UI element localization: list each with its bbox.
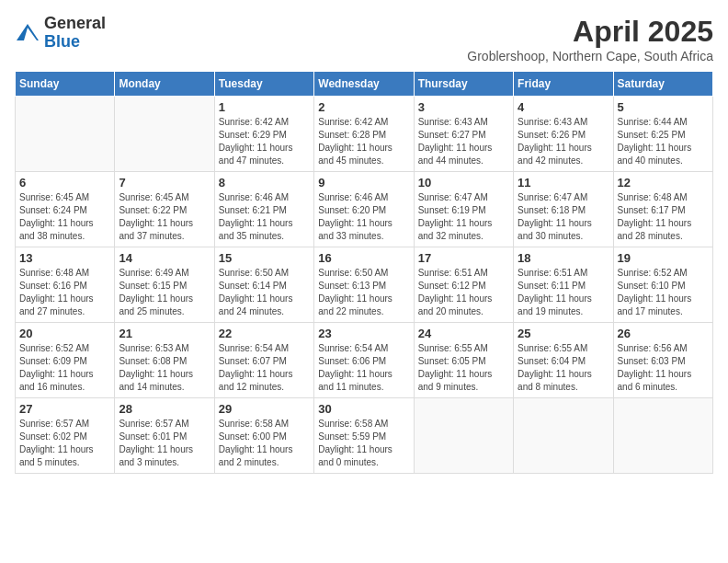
day-number: 3 — [418, 100, 509, 114]
day-info: Sunrise: 6:45 AMSunset: 6:22 PMDaylight:… — [119, 191, 210, 243]
day-info: Sunrise: 6:44 AMSunset: 6:25 PMDaylight:… — [618, 116, 709, 167]
day-info: Sunrise: 6:53 AMSunset: 6:08 PMDaylight:… — [119, 342, 210, 394]
day-number: 14 — [119, 251, 210, 265]
calendar-cell: 30Sunrise: 6:58 AMSunset: 5:59 PMDayligh… — [314, 398, 414, 474]
calendar-cell — [414, 398, 513, 474]
day-info: Sunrise: 6:50 AMSunset: 6:13 PMDaylight:… — [318, 267, 409, 318]
calendar-cell: 16Sunrise: 6:50 AMSunset: 6:13 PMDayligh… — [314, 247, 414, 323]
day-header-wednesday: Wednesday — [314, 72, 414, 97]
day-info: Sunrise: 6:47 AMSunset: 6:19 PMDaylight:… — [418, 191, 509, 243]
day-number: 1 — [219, 100, 310, 114]
day-info: Sunrise: 6:48 AMSunset: 6:16 PMDaylight:… — [19, 267, 110, 318]
day-number: 23 — [318, 327, 409, 340]
calendar-cell: 12Sunrise: 6:48 AMSunset: 6:17 PMDayligh… — [613, 172, 712, 247]
day-info: Sunrise: 6:56 AMSunset: 6:03 PMDaylight:… — [618, 342, 709, 394]
day-number: 30 — [318, 402, 409, 416]
day-number: 8 — [219, 176, 310, 190]
calendar-week-row: 20Sunrise: 6:52 AMSunset: 6:09 PMDayligh… — [16, 323, 713, 398]
day-info: Sunrise: 6:50 AMSunset: 6:14 PMDaylight:… — [219, 267, 310, 318]
day-info: Sunrise: 6:46 AMSunset: 6:20 PMDaylight:… — [318, 191, 409, 243]
day-info: Sunrise: 6:52 AMSunset: 6:10 PMDaylight:… — [618, 267, 709, 318]
calendar-cell: 2Sunrise: 6:42 AMSunset: 6:28 PMDaylight… — [314, 97, 414, 172]
day-info: Sunrise: 6:55 AMSunset: 6:05 PMDaylight:… — [418, 342, 509, 394]
calendar-week-row: 27Sunrise: 6:57 AMSunset: 6:02 PMDayligh… — [16, 398, 713, 474]
day-info: Sunrise: 6:49 AMSunset: 6:15 PMDaylight:… — [119, 267, 210, 318]
calendar-cell: 7Sunrise: 6:45 AMSunset: 6:22 PMDaylight… — [115, 172, 214, 247]
day-header-thursday: Thursday — [414, 72, 513, 97]
calendar-cell: 18Sunrise: 6:51 AMSunset: 6:11 PMDayligh… — [514, 247, 613, 323]
calendar-cell: 17Sunrise: 6:51 AMSunset: 6:12 PMDayligh… — [414, 247, 513, 323]
calendar-week-row: 6Sunrise: 6:45 AMSunset: 6:24 PMDaylight… — [16, 172, 713, 247]
day-number: 29 — [219, 402, 310, 416]
day-number: 15 — [219, 251, 310, 265]
day-info: Sunrise: 6:58 AMSunset: 6:00 PMDaylight:… — [219, 418, 310, 469]
calendar-cell: 25Sunrise: 6:55 AMSunset: 6:04 PMDayligh… — [514, 323, 613, 398]
day-info: Sunrise: 6:57 AMSunset: 6:01 PMDaylight:… — [119, 418, 210, 469]
day-header-friday: Friday — [514, 72, 613, 97]
calendar-cell: 21Sunrise: 6:53 AMSunset: 6:08 PMDayligh… — [115, 323, 214, 398]
day-number: 13 — [19, 251, 110, 265]
day-info: Sunrise: 6:54 AMSunset: 6:06 PMDaylight:… — [318, 342, 409, 394]
calendar-cell: 29Sunrise: 6:58 AMSunset: 6:00 PMDayligh… — [214, 398, 313, 474]
calendar-cell: 19Sunrise: 6:52 AMSunset: 6:10 PMDayligh… — [613, 247, 712, 323]
calendar-cell: 27Sunrise: 6:57 AMSunset: 6:02 PMDayligh… — [16, 398, 115, 474]
calendar-week-row: 1Sunrise: 6:42 AMSunset: 6:29 PMDaylight… — [16, 97, 713, 172]
day-info: Sunrise: 6:51 AMSunset: 6:11 PMDaylight:… — [518, 267, 609, 318]
day-number: 10 — [418, 176, 509, 190]
calendar-week-row: 13Sunrise: 6:48 AMSunset: 6:16 PMDayligh… — [16, 247, 713, 323]
calendar-cell — [613, 398, 712, 474]
day-header-saturday: Saturday — [613, 72, 712, 97]
day-number: 25 — [518, 327, 609, 340]
day-number: 16 — [318, 251, 409, 265]
day-info: Sunrise: 6:42 AMSunset: 6:28 PMDaylight:… — [318, 116, 409, 167]
day-info: Sunrise: 6:57 AMSunset: 6:02 PMDaylight:… — [19, 418, 110, 469]
day-number: 4 — [518, 100, 609, 114]
day-number: 5 — [618, 100, 709, 114]
day-info: Sunrise: 6:42 AMSunset: 6:29 PMDaylight:… — [219, 116, 310, 167]
day-number: 27 — [19, 402, 110, 416]
calendar-cell: 26Sunrise: 6:56 AMSunset: 6:03 PMDayligh… — [613, 323, 712, 398]
day-header-sunday: Sunday — [16, 72, 115, 97]
logo-general: General — [44, 14, 106, 32]
day-info: Sunrise: 6:43 AMSunset: 6:27 PMDaylight:… — [418, 116, 509, 167]
day-number: 17 — [418, 251, 509, 265]
calendar-cell: 14Sunrise: 6:49 AMSunset: 6:15 PMDayligh… — [115, 247, 214, 323]
logo-icon — [15, 20, 40, 46]
day-info: Sunrise: 6:45 AMSunset: 6:24 PMDaylight:… — [19, 191, 110, 243]
calendar-cell: 22Sunrise: 6:54 AMSunset: 6:07 PMDayligh… — [214, 323, 313, 398]
day-info: Sunrise: 6:47 AMSunset: 6:18 PMDaylight:… — [518, 191, 609, 243]
logo-blue: Blue — [44, 32, 80, 51]
day-number: 7 — [119, 176, 210, 190]
calendar-cell: 5Sunrise: 6:44 AMSunset: 6:25 PMDaylight… — [613, 97, 712, 172]
calendar-table: SundayMondayTuesdayWednesdayThursdayFrid… — [15, 71, 713, 474]
day-header-tuesday: Tuesday — [214, 72, 313, 97]
calendar-cell — [115, 97, 214, 172]
calendar-cell: 13Sunrise: 6:48 AMSunset: 6:16 PMDayligh… — [16, 247, 115, 323]
calendar-header-row: SundayMondayTuesdayWednesdayThursdayFrid… — [16, 72, 713, 97]
day-number: 28 — [119, 402, 210, 416]
day-info: Sunrise: 6:48 AMSunset: 6:17 PMDaylight:… — [618, 191, 709, 243]
day-number: 19 — [618, 251, 709, 265]
calendar-cell: 11Sunrise: 6:47 AMSunset: 6:18 PMDayligh… — [514, 172, 613, 247]
day-number: 2 — [318, 100, 409, 114]
day-info: Sunrise: 6:43 AMSunset: 6:26 PMDaylight:… — [518, 116, 609, 167]
day-number: 22 — [219, 327, 310, 340]
calendar-cell: 15Sunrise: 6:50 AMSunset: 6:14 PMDayligh… — [214, 247, 313, 323]
day-number: 20 — [19, 327, 110, 340]
logo: General Blue — [15, 15, 106, 52]
calendar-cell: 3Sunrise: 6:43 AMSunset: 6:27 PMDaylight… — [414, 97, 513, 172]
day-number: 6 — [19, 176, 110, 190]
day-info: Sunrise: 6:58 AMSunset: 5:59 PMDaylight:… — [318, 418, 409, 469]
calendar-cell: 10Sunrise: 6:47 AMSunset: 6:19 PMDayligh… — [414, 172, 513, 247]
day-number: 11 — [518, 176, 609, 190]
day-info: Sunrise: 6:54 AMSunset: 6:07 PMDaylight:… — [219, 342, 310, 394]
page-header: General Blue April 2025 Groblershoop, No… — [15, 15, 713, 63]
calendar-cell: 28Sunrise: 6:57 AMSunset: 6:01 PMDayligh… — [115, 398, 214, 474]
logo-text: General Blue — [44, 15, 106, 52]
calendar-cell: 20Sunrise: 6:52 AMSunset: 6:09 PMDayligh… — [16, 323, 115, 398]
day-header-monday: Monday — [115, 72, 214, 97]
month-title: April 2025 — [467, 15, 713, 49]
day-number: 18 — [518, 251, 609, 265]
day-number: 26 — [618, 327, 709, 340]
calendar-cell: 24Sunrise: 6:55 AMSunset: 6:05 PMDayligh… — [414, 323, 513, 398]
